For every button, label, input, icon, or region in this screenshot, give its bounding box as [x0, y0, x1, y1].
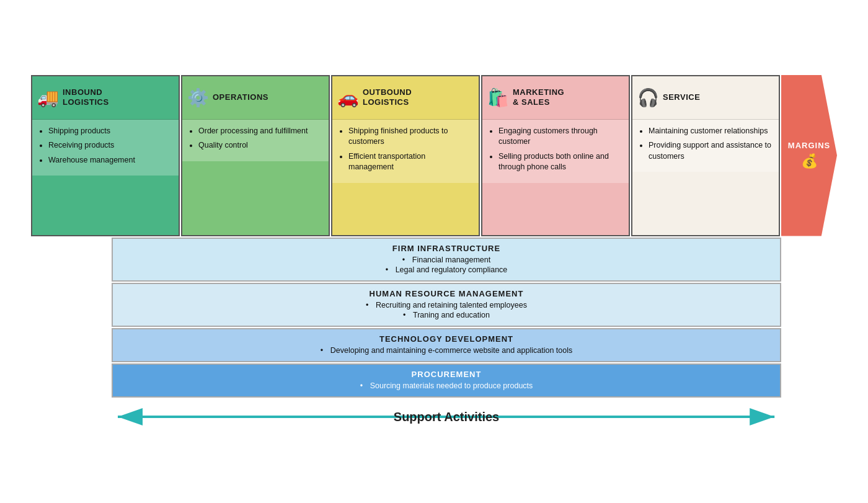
- operations-icon: ⚙️: [187, 87, 209, 108]
- support-section: FIRM INFRASTRUCTURE Financial management…: [31, 238, 837, 399]
- list-item: Sourcing materials needed to produce pro…: [360, 381, 533, 390]
- support-label-area: Support Activities: [31, 405, 837, 429]
- list-item: Recruiting and retaining talented employ…: [366, 301, 527, 309]
- margins-arrow: MARGINS 💰: [781, 75, 837, 236]
- outbound-icon: 🚗: [337, 87, 359, 108]
- list-item: Shipping products: [48, 126, 172, 137]
- inbound-icon: 🚚: [37, 87, 59, 108]
- marketing-list: Engaging customers through customer Sell…: [489, 126, 622, 173]
- list-item: Traning and education: [403, 311, 490, 319]
- marketing-icon: 🛍️: [487, 87, 509, 108]
- list-item: Financial management: [402, 256, 490, 264]
- firm-body: Financial management Legal and regulator…: [122, 256, 771, 275]
- tech-body: Developing and maintaining e-commerce we…: [122, 346, 771, 356]
- hr-row: HUMAN RESOURCE MANAGEMENT Recruiting and…: [112, 283, 781, 327]
- margins-label: MARGINS: [788, 141, 830, 150]
- col-inbound: 🚚 INBOUND LOGISTICS Shipping products Re…: [31, 75, 180, 236]
- inbound-title: INBOUND LOGISTICS: [63, 87, 109, 107]
- list-item: Shipping finished products to customers: [348, 126, 472, 148]
- list-item: Receiving products: [48, 140, 172, 151]
- list-item: Warehouse management: [48, 155, 172, 166]
- hr-body: Recruiting and retaining talented employ…: [122, 301, 771, 321]
- tech-title: TECHNOLOGY DEVELOPMENT: [122, 334, 771, 344]
- col-service: 🎧 SERVICE Maintaining customer relations…: [631, 75, 780, 236]
- operations-title: OPERATIONS: [213, 92, 268, 102]
- support-rows: FIRM INFRASTRUCTURE Financial management…: [112, 238, 781, 399]
- tech-row: TECHNOLOGY DEVELOPMENT Developing and ma…: [112, 328, 781, 362]
- right-spacer: [781, 238, 837, 399]
- proc-row: PROCUREMENT Sourcing materials needed to…: [112, 363, 781, 398]
- list-item: Providing support and assistance to cust…: [649, 140, 773, 162]
- firm-row: FIRM INFRASTRUCTURE Financial management…: [112, 238, 781, 282]
- firm-title: FIRM INFRASTRUCTURE: [122, 244, 771, 253]
- outbound-list: Shipping finished products to customers …: [339, 126, 472, 173]
- list-item: Efficient transportation management: [348, 151, 472, 173]
- col-operations: ⚙️ OPERATIONS Order processing and fulfi…: [181, 75, 330, 236]
- main-container: Primary Activities 🚚 INBOUND LOGISTICS S…: [31, 63, 837, 441]
- list-item: Quality control: [198, 140, 322, 151]
- hr-title: HUMAN RESOURCE MANAGEMENT: [122, 289, 771, 298]
- proc-body: Sourcing materials needed to produce pro…: [122, 381, 771, 391]
- marketing-title: MARKETING & SALES: [513, 87, 564, 107]
- support-spacer: [31, 238, 105, 399]
- service-list: Maintaining customer relationships Provi…: [639, 126, 773, 162]
- support-label: Support Activities: [394, 409, 499, 424]
- col-outbound: 🚗 OUTBOUND LOGISTICS Shipping finished p…: [331, 75, 480, 236]
- primary-columns: 🚚 INBOUND LOGISTICS Shipping products Re…: [31, 75, 781, 236]
- operations-list: Order processing and fulfillment Quality…: [188, 126, 322, 151]
- list-item: Engaging customers through customer: [498, 126, 622, 148]
- margins-icon: 💰: [801, 153, 818, 169]
- proc-title: PROCUREMENT: [122, 370, 771, 379]
- list-item: Legal and regulatory compliance: [386, 265, 508, 274]
- support-arrow-bar: Support Activities: [112, 405, 781, 429]
- list-item: Selling products both online and through…: [498, 151, 622, 173]
- col-marketing: 🛍️ MARKETING & SALES Engaging customers …: [481, 75, 630, 236]
- list-item: Order processing and fulfillment: [198, 126, 322, 137]
- list-item: Developing and maintaining e-commerce we…: [321, 346, 573, 355]
- inbound-list: Shipping products Receiving products War…: [38, 126, 172, 166]
- list-item: Maintaining customer relationships: [649, 126, 773, 137]
- service-title: SERVICE: [663, 92, 700, 102]
- margins-area: MARGINS 💰: [781, 75, 837, 236]
- outbound-title: OUTBOUND LOGISTICS: [363, 87, 412, 107]
- service-icon: 🎧: [637, 87, 659, 108]
